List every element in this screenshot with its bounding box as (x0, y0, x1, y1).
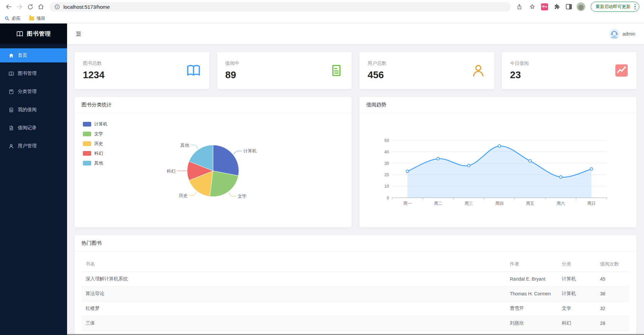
book-open-icon (186, 63, 201, 78)
app-logo: 图书管理 (0, 23, 67, 44)
dashboard-content: 图书总数 1234 借阅中 89 用户总数 456 (67, 44, 644, 335)
bookmark-star-button[interactable] (527, 1, 538, 12)
stat-label: 图书总数 (83, 60, 105, 66)
table-cell-count: 28 (596, 316, 630, 331)
sidebar-item-categories[interactable]: 分类管理 (0, 85, 67, 99)
sidebar-item-label: 我的借阅 (18, 107, 37, 113)
browser-toolbar: localhost:5173/home 中A 重新启动即可更新 (0, 0, 644, 13)
search-icon (5, 16, 9, 21)
stat-label: 用户总数 (368, 60, 386, 66)
translate-extension-button[interactable]: 中A (540, 2, 550, 12)
home-button[interactable] (36, 1, 46, 12)
home-icon (8, 53, 14, 58)
pie-slice (213, 145, 239, 176)
stat-value: 1234 (83, 69, 105, 81)
update-button[interactable]: 重新启动即可更新 (591, 2, 640, 12)
legend-item[interactable]: 历史 (83, 141, 107, 147)
legend-item[interactable]: 科幻 (83, 150, 107, 156)
collapse-sidebar-button[interactable] (75, 31, 82, 37)
user-avatar (609, 29, 620, 39)
stat-value: 456 (368, 69, 386, 81)
bookmark-item-xiangmu[interactable]: 项目 (29, 15, 45, 21)
legend-item[interactable]: 其他 (83, 160, 107, 166)
legend-swatch (83, 151, 91, 156)
sidebar-item-home[interactable]: 首页 (0, 48, 67, 62)
data-point (529, 160, 531, 162)
sidebar-item-borrow-records[interactable]: 借阅记录 (0, 121, 67, 135)
line-chart: 01020304050周一周二周三周四周五周六周日 (360, 113, 636, 227)
table-cell-name: 算法导论 (82, 286, 506, 301)
sidebar-item-label: 首页 (18, 52, 27, 58)
sidebar-item-label: 图书管理 (18, 70, 37, 77)
column-header-name: 书名 (82, 257, 506, 272)
table-cell-author: 刘慈欣 (506, 316, 558, 331)
pie-slice-label: 历史 (179, 193, 187, 198)
pie-slice-label: 其他 (180, 143, 190, 148)
legend-item[interactable]: 计算机 (83, 121, 107, 127)
book-icon (8, 71, 14, 77)
x-axis-label: 周二 (434, 201, 442, 206)
url-bar[interactable]: localhost:5173/home (50, 2, 511, 12)
column-header-count: 借阅次数 (596, 257, 630, 272)
url-text: localhost:5173/home (63, 4, 110, 10)
browser-profile-button[interactable] (576, 2, 586, 12)
legend-label: 历史 (94, 141, 103, 147)
table-cell-count: 45 (596, 272, 630, 286)
share-button[interactable] (514, 1, 525, 12)
line-panel-title: 借阅趋势 (360, 97, 636, 113)
legend-label: 计算机 (94, 121, 107, 127)
app-logo-label: 图书管理 (27, 30, 51, 38)
trend-icon (615, 64, 628, 77)
data-point (406, 170, 409, 173)
y-axis-label: 30 (384, 161, 389, 166)
legend-swatch (83, 141, 91, 146)
stat-card-total-books: 图书总数 1234 (74, 52, 210, 89)
table-cell-count: 32 (596, 301, 630, 316)
open-book-icon (16, 30, 23, 38)
translate-icon: 中A (541, 3, 548, 10)
sidebar-item-label: 分类管理 (18, 89, 37, 95)
info-icon[interactable] (54, 4, 60, 10)
bookmark-item-biying[interactable]: 必应 (5, 15, 20, 21)
pie-panel-title: 图书分类统计 (75, 97, 352, 113)
table-cell-name: 三体 (82, 316, 506, 331)
stat-card-borrowing: 借阅中 89 (217, 52, 352, 89)
forward-button[interactable] (14, 1, 25, 12)
sidebar-item-books[interactable]: 图书管理 (0, 66, 67, 81)
folder-icon (29, 16, 34, 20)
side-panel-button[interactable] (564, 2, 574, 12)
sidebar-item-my-borrows[interactable]: 我的借阅 (0, 103, 67, 117)
bookmark-label: 必应 (12, 15, 20, 21)
pie-label-line (189, 192, 197, 195)
puzzle-icon (553, 3, 560, 10)
y-axis-label: 40 (384, 150, 389, 154)
sidebar-item-users[interactable]: 用户管理 (0, 139, 67, 153)
table-cell-author: Randal E. Bryant (506, 272, 558, 286)
legend-item[interactable]: 文学 (83, 131, 107, 137)
collection-icon (8, 89, 14, 95)
app-header: admin (67, 23, 644, 44)
legend-swatch (83, 132, 91, 136)
stat-value: 89 (225, 69, 239, 81)
user-menu[interactable]: admin (609, 29, 635, 39)
forward-icon (16, 3, 23, 10)
x-axis-label: 周五 (526, 201, 534, 206)
star-icon (529, 3, 536, 10)
legend-swatch (83, 161, 91, 165)
table-cell-author: 曹雪芹 (506, 301, 558, 316)
data-point (590, 168, 593, 171)
reload-button[interactable] (25, 1, 36, 12)
y-axis-label: 0 (387, 196, 389, 200)
bookmark-label: 项目 (37, 15, 45, 21)
table-row: 三体刘慈欣科幻28 (82, 316, 630, 331)
extensions-button[interactable] (552, 2, 562, 12)
browser-chrome: localhost:5173/home 中A 重新启动即可更新 (0, 0, 644, 23)
reload-icon (27, 4, 34, 10)
back-button[interactable] (3, 1, 14, 12)
table-cell-name: 深入理解计算机系统 (82, 272, 506, 286)
pie-slice-label: 计算机 (244, 148, 257, 153)
y-axis-label: 20 (384, 173, 389, 177)
x-axis-label: 周日 (587, 201, 596, 206)
hot-books-panel: 热门图书 书名 作者 分类 借阅次数 深入理解计算机系统Randal (74, 235, 637, 335)
table-cell-category: 计算机 (558, 272, 596, 286)
